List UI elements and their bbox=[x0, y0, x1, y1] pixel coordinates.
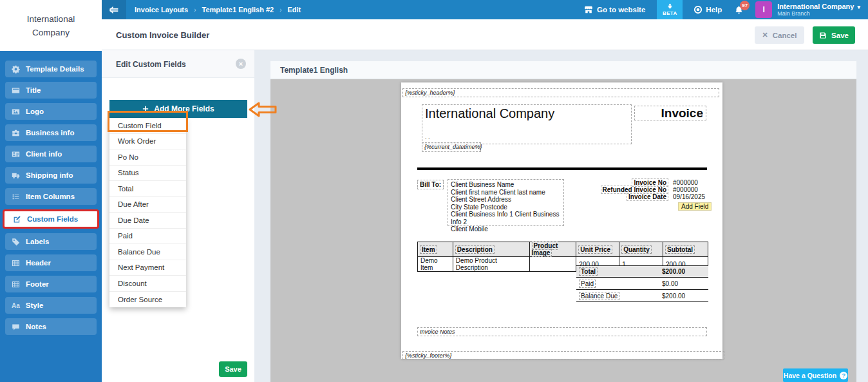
menu-item-due-date[interactable]: Due Date bbox=[109, 213, 186, 229]
totals-label[interactable]: Total bbox=[576, 268, 662, 275]
sidebar-item-labels[interactable]: Labels bbox=[5, 233, 97, 250]
column-header-product-image[interactable]: Product Image bbox=[529, 242, 576, 257]
collapse-sidebar-button[interactable] bbox=[102, 0, 126, 19]
sidebar: International Company Template DetailsTi… bbox=[0, 0, 102, 382]
sidebar-item-header[interactable]: Header bbox=[5, 254, 97, 271]
invoice-meta-value: 09/16/2025 bbox=[673, 193, 705, 200]
panel-header: Edit Custom Fields × bbox=[102, 50, 254, 78]
sidebar-item-notes[interactable]: Notes bbox=[5, 318, 97, 335]
sidebar-item-label: Custom Fields bbox=[27, 215, 78, 223]
beta-badge[interactable]: BETA bbox=[657, 0, 683, 19]
column-header-item[interactable]: Item bbox=[418, 242, 453, 257]
sidebar-item-logo[interactable]: Logo bbox=[5, 103, 97, 120]
close-panel-button[interactable]: × bbox=[236, 59, 246, 69]
totals-row-paid: Paid$0.00 bbox=[576, 278, 708, 290]
menu-item-paid[interactable]: Paid bbox=[109, 229, 186, 245]
sidebar-item-label: Labels bbox=[26, 238, 49, 245]
menu-item-custom-field[interactable]: Custom Field bbox=[109, 118, 186, 134]
sidebar-item-shipping-info[interactable]: Shipping info bbox=[5, 167, 97, 184]
plus-icon bbox=[142, 106, 149, 112]
client-info-line: Client Business Name bbox=[451, 181, 561, 189]
menu-item-due-after[interactable]: Due After bbox=[109, 197, 186, 213]
sidebar-item-label: Logo bbox=[26, 108, 44, 115]
breadcrumb-item-edit[interactable]: Edit bbox=[288, 6, 301, 14]
fields-dropdown: Custom FieldWork OrderPo NoStatusTotalDu… bbox=[109, 118, 186, 307]
bill-to-label[interactable]: Bill To: bbox=[417, 180, 444, 189]
notifications-button[interactable]: 97 bbox=[734, 5, 744, 15]
card-icon bbox=[12, 86, 20, 95]
storefront-icon bbox=[584, 5, 593, 14]
client-info-block[interactable]: Client Business NameClient first name Cl… bbox=[448, 179, 564, 226]
invoice-meta-label[interactable]: Invoice Date bbox=[564, 193, 668, 200]
business-info-block[interactable]: International Company . . bbox=[422, 104, 632, 144]
breadcrumb-item-template1-english-2[interactable]: Template1 English #2 bbox=[202, 6, 274, 14]
datetime-placeholder[interactable]: {%current_datetime%} bbox=[422, 142, 481, 152]
beta-label: BETA bbox=[663, 10, 677, 16]
cancel-label: Cancel bbox=[773, 32, 797, 39]
invoice-notes-placeholder[interactable]: Invoice Notes bbox=[417, 327, 707, 336]
menu-item-total[interactable]: Total bbox=[109, 181, 186, 197]
add-more-fields-button[interactable]: Add More Fields bbox=[109, 100, 247, 118]
column-header-quantity[interactable]: Quantity bbox=[619, 242, 663, 257]
id-card-icon bbox=[12, 150, 20, 158]
menu-item-balance-due[interactable]: Balance Due bbox=[109, 244, 186, 260]
invoice-title[interactable]: Invoice bbox=[634, 106, 706, 120]
floppy-disk-icon bbox=[819, 32, 827, 39]
briefcase-icon bbox=[12, 129, 20, 137]
sidebar-item-footer[interactable]: Footer bbox=[5, 276, 97, 292]
sidebar-item-label: Title bbox=[26, 86, 41, 94]
column-header-description[interactable]: Description bbox=[453, 242, 529, 257]
account-menu[interactable]: International Company▾ Main Branch bbox=[777, 3, 860, 17]
cancel-x-icon: ✕ bbox=[762, 31, 768, 39]
sticky-header-placeholder[interactable]: {%sticky_header%} bbox=[402, 88, 719, 97]
totals-value: $200.00 bbox=[662, 268, 685, 275]
sidebar-item-title[interactable]: Title bbox=[5, 82, 97, 99]
add-field-button[interactable]: Add Field bbox=[678, 202, 712, 211]
invoice-address-placeholder: . . bbox=[425, 133, 631, 140]
comment-icon bbox=[12, 323, 20, 331]
save-button[interactable]: Save bbox=[813, 26, 855, 44]
sidebar-item-label: Shipping info bbox=[26, 171, 73, 179]
menu-item-next-payment[interactable]: Next Payment bbox=[109, 260, 186, 276]
menu-item-work-order[interactable]: Work Order bbox=[109, 134, 186, 150]
menu-item-po-no[interactable]: Po No bbox=[109, 149, 186, 166]
column-header-subtotal[interactable]: Subtotal bbox=[663, 242, 708, 257]
panel-save-button[interactable]: Save bbox=[219, 361, 247, 377]
breadcrumb: Invoice Layouts›Template1 English #2›Edi… bbox=[135, 6, 301, 14]
sticky-footer-placeholder[interactable]: {%sticky_footer%} bbox=[402, 351, 724, 359]
topbar: Invoice Layouts›Template1 English #2›Edi… bbox=[102, 0, 868, 19]
image-icon bbox=[12, 108, 20, 116]
sidebar-item-client-info[interactable]: Client info bbox=[5, 146, 97, 162]
cancel-button[interactable]: ✕ Cancel bbox=[755, 26, 804, 44]
sidebar-item-item-columns[interactable]: Item Columns bbox=[5, 188, 97, 205]
collapse-arrow-icon bbox=[108, 6, 120, 14]
menu-item-status[interactable]: Status bbox=[109, 166, 186, 182]
invoice-preview-page: {%sticky_header%} International Company … bbox=[401, 82, 722, 359]
client-info-line: Client Street Address bbox=[451, 196, 561, 204]
add-more-fields-label: Add More Fields bbox=[154, 104, 214, 113]
sidebar-item-style[interactable]: AaStyle bbox=[5, 297, 97, 314]
go-to-website-link[interactable]: Go to website bbox=[584, 5, 645, 14]
items-table-cell bbox=[529, 257, 576, 272]
column-header-unit-price[interactable]: Unit Price bbox=[576, 242, 619, 257]
sidebar-item-business-info[interactable]: Business info bbox=[5, 124, 97, 141]
help-button[interactable]: Help bbox=[693, 5, 722, 14]
menu-item-discount[interactable]: Discount bbox=[109, 276, 186, 292]
have-a-question-button[interactable]: Have a Question ? bbox=[783, 368, 848, 382]
sidebar-item-custom-fields[interactable]: Custom Fields bbox=[3, 209, 99, 229]
edit-custom-fields-panel: Edit Custom Fields × Add More Fields Cus… bbox=[102, 50, 254, 382]
totals-label[interactable]: Paid bbox=[576, 280, 662, 287]
breadcrumb-item-invoice-layouts[interactable]: Invoice Layouts bbox=[135, 6, 188, 14]
sidebar-item-label: Notes bbox=[26, 323, 46, 330]
menu-item-order-source[interactable]: Order Source bbox=[109, 292, 186, 308]
company-name-line1: International bbox=[27, 12, 75, 26]
totals-label[interactable]: Balance Due bbox=[576, 292, 662, 300]
sidebar-item-template-details[interactable]: Template Details bbox=[5, 61, 97, 77]
help-ring-icon bbox=[693, 5, 703, 14]
template-tab[interactable]: Template1 English bbox=[270, 61, 856, 79]
company-name-line2: Company bbox=[32, 26, 70, 39]
page-header: Custom Invoice Builder ✕ Cancel Save bbox=[102, 19, 868, 50]
save-label: Save bbox=[831, 32, 849, 39]
items-table-cell: Demo Item bbox=[418, 257, 453, 272]
account-avatar[interactable]: I bbox=[755, 1, 772, 18]
